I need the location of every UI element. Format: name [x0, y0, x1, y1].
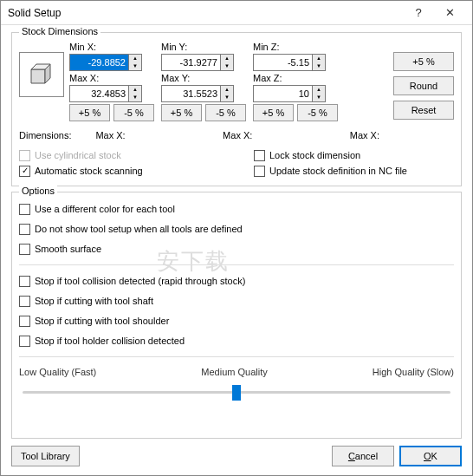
- dim-z-input[interactable]: [381, 127, 454, 144]
- separator: [19, 264, 454, 265]
- dialog-footer: Tool Library Cancel OK: [11, 444, 462, 466]
- spinner-arrows[interactable]: ▲▼: [312, 54, 326, 71]
- auto-scan-checkbox[interactable]: ✓Automatic stock scanning: [19, 163, 219, 179]
- max-y-spinner[interactable]: ▲▼: [161, 85, 246, 102]
- spinner-arrows[interactable]: ▲▼: [220, 54, 234, 71]
- dim-y-input[interactable]: [254, 127, 327, 144]
- dimensions-label: Dimensions:: [19, 130, 73, 140]
- spinner-arrows[interactable]: ▲▼: [128, 54, 142, 71]
- close-button[interactable]: ✕: [434, 6, 465, 19]
- min-x-input[interactable]: [69, 54, 128, 71]
- separator: [19, 356, 454, 357]
- spinner-arrows[interactable]: ▲▼: [220, 85, 234, 102]
- max-z-spinner[interactable]: ▲▼: [253, 85, 338, 102]
- quality-low-label: Low Quality (Fast): [19, 367, 96, 377]
- dim-x-label: Max X:: [95, 130, 125, 140]
- max-z-label: Max Z:: [253, 73, 338, 83]
- max-x-spinner[interactable]: ▲▼: [69, 85, 154, 102]
- max-x-input[interactable]: [69, 85, 128, 102]
- max-z-input[interactable]: [253, 85, 312, 102]
- dim-y-label: Max X:: [223, 130, 252, 140]
- max-y-input[interactable]: [161, 85, 220, 102]
- round-button[interactable]: Round: [393, 76, 454, 95]
- stop-shoulder-checkbox[interactable]: Stop if cutting with tool shoulder: [19, 313, 454, 329]
- no-show-setup-checkbox[interactable]: Do not show tool setup when all tools ar…: [19, 221, 454, 237]
- dialog-window: Solid Setup ? ✕ 安下载 Stock Dimensions Min…: [0, 0, 473, 476]
- z-plus5-button[interactable]: +5 %: [253, 104, 294, 121]
- min-z-input[interactable]: [253, 54, 312, 71]
- tool-library-button[interactable]: Tool Library: [11, 446, 80, 466]
- quality-labels: Low Quality (Fast) Medium Quality High Q…: [19, 367, 454, 377]
- dim-z-label: Max X:: [350, 130, 379, 140]
- update-nc-checkbox[interactable]: Update stock definition in NC file: [254, 163, 454, 179]
- window-title: Solid Setup: [8, 7, 403, 19]
- stock-group-label: Stock Dimensions: [19, 26, 100, 36]
- z-minus5-button[interactable]: -5 %: [297, 104, 338, 121]
- max-x-label: Max X:: [69, 73, 154, 83]
- y-minus5-button[interactable]: -5 %: [205, 104, 246, 121]
- titlebar: Solid Setup ? ✕: [1, 1, 472, 25]
- stock-cube-icon: [19, 52, 64, 97]
- min-z-spinner[interactable]: ▲▼: [253, 54, 338, 71]
- quality-slider[interactable]: [23, 383, 450, 402]
- all-plus5-button[interactable]: +5 %: [393, 52, 454, 71]
- use-cylindrical-checkbox: Use cylindrical stock: [19, 147, 219, 163]
- options-group: Options Use a different color for each t…: [11, 192, 462, 439]
- dialog-content: 安下载 Stock Dimensions Min X: ▲▼ Max X: ▲▼…: [1, 25, 472, 475]
- max-y-label: Max Y:: [161, 73, 246, 83]
- stock-dimensions-group: Stock Dimensions Min X: ▲▼ Max X: ▲▼ +5 …: [11, 32, 462, 186]
- slider-thumb[interactable]: [232, 385, 241, 401]
- smooth-surface-checkbox[interactable]: Smooth surface: [19, 241, 454, 257]
- lock-stock-checkbox[interactable]: Lock stock dimension: [254, 147, 454, 163]
- min-y-label: Min Y:: [161, 42, 246, 52]
- ok-button[interactable]: OK: [399, 446, 462, 466]
- dim-x-input[interactable]: [127, 127, 200, 144]
- min-y-spinner[interactable]: ▲▼: [161, 54, 246, 71]
- diff-color-checkbox[interactable]: Use a different color for each tool: [19, 201, 454, 217]
- min-x-label: Min X:: [69, 42, 154, 52]
- min-x-spinner[interactable]: ▲▼: [69, 54, 154, 71]
- quality-med-label: Medium Quality: [201, 367, 267, 377]
- options-group-label: Options: [19, 186, 57, 196]
- x-plus5-button[interactable]: +5 %: [69, 104, 110, 121]
- dimensions-row: Dimensions: Max X: Max X: Max X:: [19, 127, 454, 144]
- stop-holder-checkbox[interactable]: Stop if tool holder collision detected: [19, 333, 454, 349]
- x-minus5-button[interactable]: -5 %: [113, 104, 154, 121]
- help-button[interactable]: ?: [403, 6, 434, 19]
- stop-rapid-checkbox[interactable]: Stop if tool collision detected (rapid t…: [19, 273, 454, 289]
- spinner-arrows[interactable]: ▲▼: [128, 85, 142, 102]
- min-y-input[interactable]: [161, 54, 220, 71]
- reset-button[interactable]: Reset: [393, 101, 454, 120]
- svg-marker-0: [31, 69, 45, 83]
- min-z-label: Min Z:: [253, 42, 338, 52]
- spinner-arrows[interactable]: ▲▼: [312, 85, 326, 102]
- quality-high-label: High Quality (Slow): [373, 367, 454, 377]
- stop-shaft-checkbox[interactable]: Stop if cutting with tool shaft: [19, 293, 454, 309]
- cancel-button[interactable]: Cancel: [332, 446, 394, 466]
- y-plus5-button[interactable]: +5 %: [161, 104, 202, 121]
